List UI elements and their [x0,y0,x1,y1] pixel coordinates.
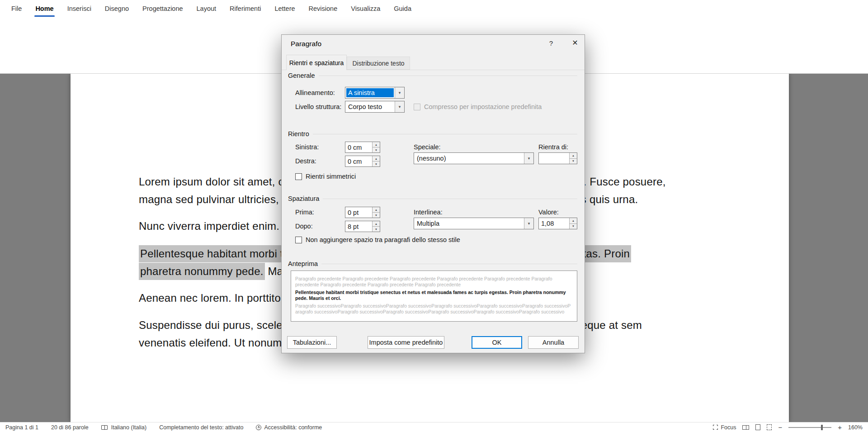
spacing-at-input[interactable]: 1,08 ▲▼ [538,218,577,229]
app-tab-bar: File Home Inserisci Disegno Progettazion… [0,0,868,17]
preview-current-text: Pellentesque habitant morbi tristique se… [295,290,573,301]
outline-level-label: Livello struttura: [295,103,341,110]
proofing-icon[interactable] [101,425,108,430]
alignment-select[interactable]: A sinistra [345,87,405,99]
zoom-in-icon[interactable]: + [838,423,842,431]
help-icon[interactable]: ? [546,39,556,47]
focus-mode-button[interactable]: Focus [713,424,736,431]
page-indicator[interactable]: Pagina 1 di 1 [5,424,38,431]
zoom-level[interactable]: 160% [848,424,863,431]
tab-disegno[interactable]: Disegno [98,0,136,17]
tab-layout[interactable]: Layout [190,0,223,17]
spin-up-icon[interactable]: ▲ [373,156,380,161]
language-indicator[interactable]: Italiano (Italia) [111,424,147,431]
text-completion-indicator[interactable]: Completamento del testo: attivato [159,424,243,431]
spin-down-icon[interactable]: ▼ [373,161,380,166]
spin-up-icon[interactable]: ▲ [570,153,577,159]
status-bar: Pagina 1 di 1 20 di 86 parole Italiano (… [0,422,868,432]
tab-guida[interactable]: Guida [387,0,418,17]
preview-after-text: Paragrafo successivoParagrafo successivo… [295,303,573,315]
special-select[interactable]: (nessuno) [414,152,534,164]
mirror-indents-checkbox[interactable]: Rientri simmetrici [295,173,356,180]
paragraph-preview: Paragrafo precedente Paragrafo precedent… [291,271,577,322]
line-spacing-select[interactable]: Multipla [414,218,534,229]
word-count[interactable]: 20 di 86 parole [51,424,89,431]
spin-up-icon[interactable]: ▲ [373,207,380,213]
web-layout-icon[interactable] [767,424,772,430]
spin-down-icon[interactable]: ▼ [373,147,380,152]
section-spacing: Spaziatura [288,195,577,202]
section-preview: Anteprima [288,260,577,267]
spin-down-icon[interactable]: ▼ [570,224,577,229]
tab-revisione[interactable]: Revisione [302,0,344,17]
spin-down-icon[interactable]: ▼ [373,227,380,232]
indent-right-input[interactable]: 0 cm ▲▼ [345,156,380,167]
close-icon[interactable]: ✕ [568,38,582,47]
paragraph-dialog: Paragrafo ? ✕ Rientri e spaziatura Distr… [281,34,585,353]
spacing-after-label: Dopo: [295,223,313,230]
zoom-out-icon[interactable]: − [778,423,782,431]
tabs-button[interactable]: Tabulazioni... [287,336,337,349]
zoom-slider[interactable] [788,427,831,428]
line-spacing-label: Interlinea: [414,209,443,216]
no-space-same-style-checkbox[interactable]: Non aggiungere spazio tra paragrafi dell… [295,236,460,243]
outline-level-select[interactable]: Corpo testo [345,101,405,113]
section-indent: Rientro [288,130,577,138]
checkbox-box[interactable] [295,237,302,243]
read-mode-icon[interactable] [742,425,749,430]
spacing-at-label: Valore: [538,209,559,216]
tab-inserisci[interactable]: Inserisci [61,0,98,17]
chevron-down-icon[interactable] [395,101,404,112]
chevron-down-icon[interactable] [395,87,404,98]
alignment-label: Allineamento: [295,89,335,96]
accessibility-icon [256,425,261,430]
indent-left-input[interactable]: 0 cm ▲▼ [345,142,380,153]
tab-lettere[interactable]: Lettere [268,0,302,17]
preview-before-text: Paragrafo precedente Paragrafo precedent… [295,276,573,288]
dialog-tab-line-page-breaks[interactable]: Distribuzione testo [347,57,410,70]
spin-down-icon[interactable]: ▼ [373,213,380,218]
spin-up-icon[interactable]: ▲ [373,221,380,227]
spacing-before-label: Prima: [295,209,314,216]
indent-right-label: Destra: [295,157,316,165]
spacing-before-input[interactable]: 0 pt ▲▼ [345,207,380,218]
indent-by-label: Rientra di: [538,143,568,151]
tab-progettazione[interactable]: Progettazione [136,0,189,17]
spin-down-icon[interactable]: ▼ [570,159,577,164]
cancel-button[interactable]: Annulla [528,336,579,349]
spacing-after-input[interactable]: 8 pt ▲▼ [345,221,380,232]
print-layout-icon[interactable] [755,424,760,430]
spin-up-icon[interactable]: ▲ [570,218,577,224]
collapsed-by-default-checkbox: Compresso per impostazione predefinita [414,103,542,110]
focus-icon [713,425,718,430]
tab-riferimenti[interactable]: Riferimenti [223,0,268,17]
dialog-title: Paragrafo [291,40,321,48]
indent-by-input[interactable]: ▲▼ [538,152,577,164]
section-general: Generale [288,72,577,79]
document-line[interactable]: venenatis eleifend. Ut nonummy. [139,336,299,350]
tab-home[interactable]: Home [28,0,60,17]
zoom-slider-thumb[interactable] [821,425,823,430]
ok-button[interactable]: OK [472,336,522,349]
tab-visualizza[interactable]: Visualizza [344,0,387,17]
chevron-down-icon[interactable] [524,153,533,164]
indent-left-label: Sinistra: [295,143,319,151]
accessibility-indicator[interactable]: Accessibilità: conforme [256,424,322,431]
spin-up-icon[interactable]: ▲ [373,142,380,147]
checkbox-box [414,104,420,110]
dialog-tab-indents-spacing[interactable]: Rientri e spaziatura [286,55,347,70]
chevron-down-icon[interactable] [524,218,533,229]
checkbox-box[interactable] [295,173,302,180]
set-as-default-button[interactable]: Imposta come predefinito [368,336,444,349]
tab-file[interactable]: File [5,0,28,17]
special-label: Speciale: [414,143,441,151]
